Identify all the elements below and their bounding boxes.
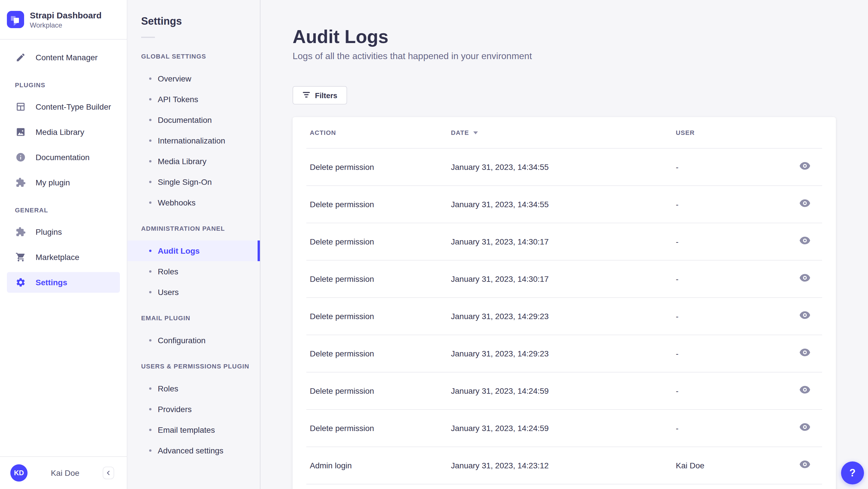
settings-item-audit-logs[interactable]: Audit Logs <box>127 241 260 261</box>
settings-item-advanced-settings[interactable]: Advanced settings <box>127 440 260 461</box>
settings-section-users-permissions: Users & Permissions Plugin <box>127 363 260 370</box>
settings-item-internationalization[interactable]: Internationalization <box>127 130 260 151</box>
sidebar-item-media-library[interactable]: Media Library <box>7 122 120 142</box>
brand-workspace: Workplace <box>30 21 101 29</box>
eye-icon <box>799 423 810 433</box>
cell-user: - <box>676 200 773 209</box>
cell-action: Admin login <box>292 461 451 470</box>
column-header-date[interactable]: Date <box>451 129 676 136</box>
sidebar-item-content-manager[interactable]: Content Manager <box>7 47 120 68</box>
view-log-button[interactable] <box>773 409 836 447</box>
settings-item-roles[interactable]: Roles <box>127 261 260 282</box>
view-log-button[interactable] <box>773 223 836 260</box>
settings-item-webhooks[interactable]: Webhooks <box>127 192 260 213</box>
cell-date: January 31, 2023, 14:29:23 <box>451 311 676 320</box>
sidebar-item-settings[interactable]: Settings <box>7 272 120 293</box>
bullet-dot <box>149 429 151 431</box>
bullet-dot <box>149 408 151 410</box>
bullet-dot <box>149 291 151 293</box>
table-row[interactable]: Delete permission January 31, 2023, 14:2… <box>292 409 836 447</box>
collapse-sidebar-button[interactable] <box>103 467 114 479</box>
table-row[interactable]: Delete permission January 31, 2023, 14:2… <box>292 335 836 372</box>
sidebar-item-marketplace[interactable]: Marketplace <box>7 247 120 268</box>
settings-item-label: Providers <box>158 405 192 414</box>
eye-icon <box>799 199 810 209</box>
bullet-dot <box>149 202 151 204</box>
table-row[interactable]: Delete permission January 31, 2023, 14:3… <box>292 148 836 185</box>
table-row[interactable]: Delete permission January 31, 2023, 14:3… <box>292 185 836 223</box>
cell-user: - <box>676 237 773 246</box>
table-header-row: Action Date User <box>292 117 836 148</box>
bullet-dot <box>149 449 151 452</box>
sidebar-item-documentation[interactable]: Documentation <box>7 147 120 167</box>
column-header-user: User <box>676 129 773 136</box>
table-row[interactable]: Delete permission January 31, 2023, 14:3… <box>292 260 836 297</box>
sidebar-item-content-type-builder[interactable]: Content-Type Builder <box>7 96 120 117</box>
settings-item-documentation[interactable]: Documentation <box>127 110 260 130</box>
user-area: KD Kai Doe <box>0 456 127 489</box>
chevron-left-icon <box>105 469 111 477</box>
settings-item-label: Overview <box>158 74 191 83</box>
view-log-button[interactable] <box>773 260 836 297</box>
eye-icon <box>799 311 810 321</box>
cart-icon <box>15 251 26 263</box>
table-row[interactable]: Delete permission January 31, 2023, 14:2… <box>292 372 836 409</box>
cell-user: - <box>676 386 773 395</box>
sidebar-item-label: Content Manager <box>36 53 97 62</box>
app-root: Strapi Dashboard Workplace Content Manag… <box>0 0 868 489</box>
settings-item-users[interactable]: Users <box>127 282 260 303</box>
bullet-dot <box>149 119 151 121</box>
settings-item-label: Single Sign-On <box>158 177 212 186</box>
cell-action: Delete permission <box>292 423 451 432</box>
settings-item-configuration[interactable]: Configuration <box>127 330 260 351</box>
bullet-dot <box>149 78 151 80</box>
settings-item-providers[interactable]: Providers <box>127 399 260 420</box>
sort-desc-icon <box>473 131 477 134</box>
view-log-button[interactable] <box>773 185 836 223</box>
cell-date: January 31, 2023, 14:24:59 <box>451 386 676 395</box>
settings-item-label: Users <box>158 287 179 297</box>
workspace-brand[interactable]: Strapi Dashboard Workplace <box>0 0 127 40</box>
main-content: Audit Logs Logs of all the activities th… <box>260 0 868 489</box>
settings-item-overview[interactable]: Overview <box>127 68 260 89</box>
cell-action: Delete permission <box>292 349 451 358</box>
table-row <box>292 484 836 489</box>
view-log-button[interactable] <box>773 148 836 185</box>
settings-item-up-roles[interactable]: Roles <box>127 378 260 399</box>
table-row[interactable]: Delete permission January 31, 2023, 14:2… <box>292 297 836 335</box>
view-log-button[interactable] <box>773 335 836 372</box>
settings-item-media-library[interactable]: Media Library <box>127 151 260 172</box>
eye-icon <box>799 237 810 246</box>
settings-item-label: Audit Logs <box>158 246 199 255</box>
settings-item-single-sign-on[interactable]: Single Sign-On <box>127 172 260 192</box>
cell-action: Delete permission <box>292 386 451 395</box>
table-row[interactable]: Admin login January 31, 2023, 14:23:12 K… <box>292 447 836 484</box>
sidebar-item-my-plugin[interactable]: My plugin <box>7 172 120 193</box>
cell-action: Delete permission <box>292 311 451 320</box>
view-log-button[interactable] <box>773 372 836 409</box>
cell-user: - <box>676 349 773 358</box>
cell-action: Delete permission <box>292 274 451 283</box>
settings-item-email-templates[interactable]: Email templates <box>127 420 260 440</box>
page-subtitle: Logs of all the activities that happened… <box>292 51 836 62</box>
cell-date: January 31, 2023, 14:30:17 <box>451 274 676 283</box>
help-button[interactable]: ? <box>841 461 864 484</box>
question-icon: ? <box>849 467 856 479</box>
view-log-button[interactable] <box>773 297 836 335</box>
avatar[interactable]: KD <box>10 464 28 482</box>
bullet-dot <box>149 270 151 273</box>
table-row[interactable]: Delete permission January 31, 2023, 14:3… <box>292 223 836 260</box>
eye-icon <box>799 348 810 358</box>
sidebar-item-plugins[interactable]: Plugins <box>7 221 120 242</box>
settings-item-label: Roles <box>158 267 179 276</box>
main-nav: Content Manager Plugins Content-Type Bui… <box>0 40 127 293</box>
settings-item-api-tokens[interactable]: API Tokens <box>127 89 260 110</box>
settings-section-admin-panel: Administration Panel <box>127 225 260 232</box>
view-log-button[interactable] <box>773 447 836 484</box>
edit-icon <box>15 52 26 63</box>
cell-user: Kai Doe <box>676 461 773 470</box>
settings-item-label: Roles <box>158 384 179 393</box>
settings-section-email-plugin: Email Plugin <box>127 314 260 322</box>
filters-button[interactable]: Filters <box>292 86 347 104</box>
sidebar-item-label: Documentation <box>36 153 90 162</box>
